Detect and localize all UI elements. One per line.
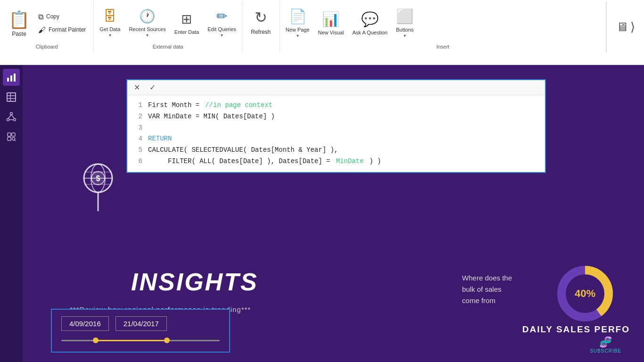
slider-thumb-right[interactable] xyxy=(164,337,170,343)
buttons-button[interactable]: ⬜ Buttons ▾ xyxy=(393,5,416,42)
bar-chart-icon xyxy=(6,72,17,82)
sidebar-item-data[interactable] xyxy=(3,89,20,106)
sales-info-line1: Where does the xyxy=(462,272,512,284)
formula-text-1b: //in page context xyxy=(205,100,272,111)
formula-toolbar: ✕ ✓ xyxy=(127,80,545,95)
svg-point-9 xyxy=(14,119,16,121)
date-end-box[interactable]: 21/04/2017 xyxy=(116,316,167,331)
format-painter-icon: 🖌 xyxy=(38,25,46,34)
formula-text-5: CALCULATE( SELECTEDVALUE( Dates[Month & … xyxy=(148,145,338,156)
formula-code-editor[interactable]: 1 First Month = //in page context 2 VAR … xyxy=(127,95,545,172)
subscribe-label: SUBSCRIBE xyxy=(590,348,621,354)
formula-line-3: 3 xyxy=(134,123,538,134)
recent-sources-label: Recent Sources xyxy=(129,26,165,33)
sales-info-line3: come from xyxy=(462,295,512,306)
buttons-icon: ⬜ xyxy=(396,8,413,25)
slider-thumb-left[interactable] xyxy=(93,337,99,343)
formula-text-4: RETURN xyxy=(148,133,172,145)
copy-icon: ⧉ xyxy=(38,12,43,21)
formula-line-6: 6 FILTER( ALL( Dates[Date] ), Dates[Date… xyxy=(134,156,538,167)
formula-confirm-button[interactable]: ✓ xyxy=(147,82,158,93)
svg-text:$: $ xyxy=(96,174,100,182)
enter-data-button[interactable]: ⊞ Enter Data xyxy=(172,5,202,42)
sidebar-item-ai[interactable] xyxy=(3,128,20,145)
svg-point-7 xyxy=(10,113,13,115)
donut-chart: 40% xyxy=(554,263,616,324)
sidebar-item-report[interactable] xyxy=(3,69,20,86)
svg-text:40%: 40% xyxy=(575,288,595,299)
new-page-icon: 📄 xyxy=(289,8,306,25)
enter-data-icon: ⊞ xyxy=(181,11,192,27)
get-data-icon: 🗄 xyxy=(103,8,116,25)
edit-queries-chevron: ▾ xyxy=(221,33,223,38)
formula-text-2: VAR MinDate = MIN( Dates[Date] ) xyxy=(148,111,275,123)
edit-queries-button[interactable]: ✏ Edit Queries ▾ xyxy=(205,5,239,42)
copy-label: Copy xyxy=(46,13,59,20)
main-content: $ INSIGHTS ***Review how regional perfor… xyxy=(0,65,644,362)
recent-sources-button[interactable]: 🕐 Recent Sources ▾ xyxy=(126,5,168,42)
line-number-1: 1 xyxy=(134,100,142,111)
globe-visual: $ xyxy=(67,157,129,218)
refresh-label: Refresh xyxy=(251,29,271,35)
paste-button[interactable]: 📋 Paste xyxy=(5,8,33,39)
paste-icon: 📋 xyxy=(8,10,30,30)
line-number-3: 3 xyxy=(134,123,142,134)
formula-line-4: 4 RETURN xyxy=(134,133,538,145)
ask-question-label: Ask A Question xyxy=(352,30,388,36)
ai-icon xyxy=(6,132,17,142)
daily-sales-title: DAILY SALES PERFO xyxy=(522,324,630,335)
subscribe-icon: 🧬 xyxy=(590,336,621,348)
get-data-button[interactable]: 🗄 Get Data ▾ xyxy=(97,5,123,42)
formula-editor[interactable]: ✕ ✓ 1 First Month = //in page context 2 … xyxy=(126,79,546,173)
new-visual-button[interactable]: 📊 New Visual xyxy=(315,5,347,42)
buttons-label: Buttons xyxy=(396,27,413,33)
formula-text-1a: First Month = xyxy=(148,100,199,111)
svg-point-8 xyxy=(7,119,9,121)
format-painter-label: Format Painter xyxy=(49,26,86,33)
sidebar-item-model[interactable] xyxy=(3,108,20,125)
line-number-2: 2 xyxy=(134,111,142,123)
svg-rect-15 xyxy=(8,137,11,140)
buttons-chevron: ▾ xyxy=(404,33,406,39)
svg-rect-14 xyxy=(12,133,15,136)
formula-text-6a: FILTER( ALL( Dates[Date] ), Dates[Date] … xyxy=(148,156,330,167)
svg-rect-13 xyxy=(8,133,11,136)
date-start-box[interactable]: 4/09/2016 xyxy=(61,316,109,331)
formula-close-button[interactable]: ✕ xyxy=(131,82,143,93)
ask-question-icon: 💬 xyxy=(361,11,379,28)
date-slider[interactable] xyxy=(61,337,220,343)
get-data-chevron: ▾ xyxy=(109,33,111,38)
subscribe-area[interactable]: 🧬 SUBSCRIBE xyxy=(590,336,621,354)
new-page-label: New Page xyxy=(286,27,310,33)
line-number-6: 6 xyxy=(134,156,142,167)
ask-question-button[interactable]: 💬 Ask A Question xyxy=(349,5,390,42)
recent-sources-chevron: ▾ xyxy=(146,33,149,38)
recent-sources-icon: 🕐 xyxy=(139,8,156,25)
refresh-group: ↻ Refresh xyxy=(242,2,280,52)
formula-text-6c: ) ) xyxy=(369,156,381,167)
clipboard-group: 📋 Paste ⧉ Copy 🖌 Format Painter xyxy=(0,2,94,52)
format-painter-button[interactable]: 🖌 Format Painter xyxy=(35,24,89,36)
ribbon: 📋 Paste ⧉ Copy 🖌 Format Painter xyxy=(0,0,644,65)
copy-button[interactable]: ⧉ Copy xyxy=(35,11,89,23)
sidebar xyxy=(0,65,23,362)
edit-queries-label: Edit Queries xyxy=(207,26,236,33)
svg-rect-2 xyxy=(14,74,16,82)
svg-line-11 xyxy=(11,115,15,119)
svg-line-10 xyxy=(8,115,11,119)
new-page-chevron: ▾ xyxy=(297,33,299,39)
new-page-button[interactable]: 📄 New Page ▾ xyxy=(283,5,313,42)
edit-queries-icon: ✏ xyxy=(216,8,227,25)
sales-info-text: Where does the bulk of sales come from xyxy=(462,272,512,306)
formula-text-3 xyxy=(148,123,152,134)
date-range-widget[interactable]: 4/09/2016 21/04/2017 xyxy=(51,309,230,353)
globe-icon: $ xyxy=(67,157,129,218)
external-data-group: 🗄 Get Data ▾ 🕐 Recent Sources ▾ ⊞ Enter … xyxy=(94,2,242,52)
refresh-button[interactable]: ↻ Refresh xyxy=(248,4,273,40)
new-visual-label: New Visual xyxy=(318,30,344,36)
new-visual-icon: 📊 xyxy=(322,11,339,28)
formula-line-1: 1 First Month = //in page context xyxy=(134,100,538,111)
table-icon xyxy=(6,92,17,102)
enter-data-label: Enter Data xyxy=(174,29,199,35)
svg-rect-0 xyxy=(7,78,9,82)
